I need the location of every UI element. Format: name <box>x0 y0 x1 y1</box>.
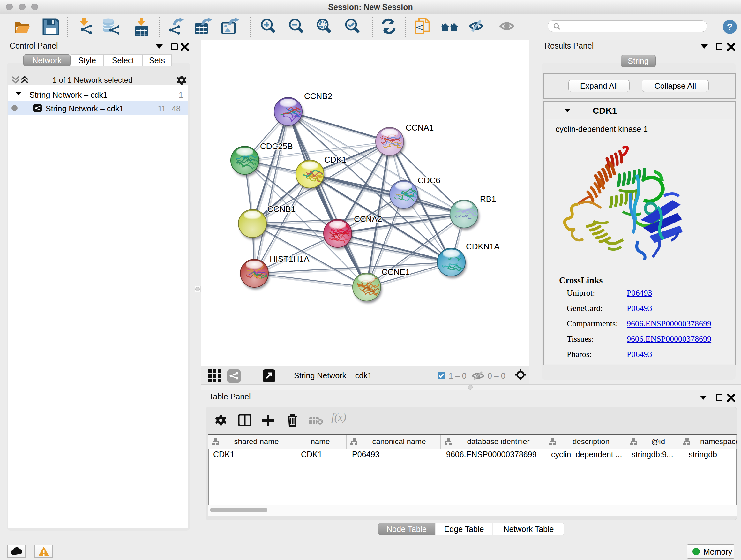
svg-text:CCNE1: CCNE1 <box>382 267 410 277</box>
svg-text:CDC25B: CDC25B <box>260 141 293 151</box>
svg-text:CDC6: CDC6 <box>418 176 441 185</box>
svg-text:?: ? <box>727 21 733 32</box>
svg-text:HIST1H1A: HIST1H1A <box>270 254 310 264</box>
svg-text:CCNB1: CCNB1 <box>267 204 295 214</box>
svg-text:CCNA2: CCNA2 <box>354 214 382 224</box>
svg-text:RB1: RB1 <box>480 194 496 204</box>
svg-text:CCNA1: CCNA1 <box>406 123 434 132</box>
svg-text:CCNB2: CCNB2 <box>304 91 332 101</box>
svg-text:CDKN1A: CDKN1A <box>466 242 500 251</box>
svg-text:CDK1: CDK1 <box>324 155 346 165</box>
